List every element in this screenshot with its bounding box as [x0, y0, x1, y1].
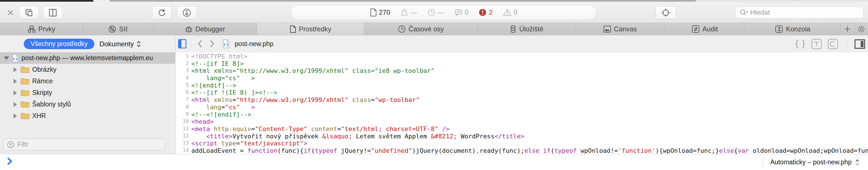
tab-console[interactable]: Konzola [745, 23, 841, 35]
tab-label: Síť [119, 25, 128, 33]
code-line[interactable]: <!--[if !(IE 8) ]><!--> [191, 89, 868, 96]
log-bubble-icon [455, 8, 463, 16]
line-number: 14 [176, 147, 191, 154]
tree-item-stylesheets[interactable]: Šablony stylů [0, 99, 175, 110]
execution-context-value: Automaticky – post-new.php [770, 159, 851, 166]
download-icon [182, 8, 192, 18]
tree-item-xhr[interactable]: XHR [0, 110, 175, 122]
tab-label: Prostředky [299, 25, 332, 33]
storage-icon [510, 25, 517, 33]
forward-button[interactable] [206, 38, 218, 50]
toggle-left-sidebar-button[interactable] [176, 38, 188, 50]
filter-placeholder: Filtr [18, 141, 28, 148]
page-weight-value: — [410, 8, 417, 16]
tab-audit[interactable]: Audit [664, 23, 745, 35]
code-line[interactable]: <![endif]--> [191, 82, 868, 89]
filter-input[interactable]: Filtr [3, 139, 165, 150]
tree-item-main-frame[interactable]: post-new.php — www.letemsvetemapplem.eu [0, 52, 175, 64]
disclosure-closed-icon[interactable] [13, 102, 17, 107]
console-errors-count: 2 [489, 8, 493, 16]
code-line[interactable]: <head> [191, 118, 868, 125]
add-tab-button[interactable] [841, 23, 855, 35]
curly-braces-icon [795, 39, 805, 49]
document-icon [370, 8, 377, 16]
tab-canvas[interactable]: Canvas [576, 23, 664, 35]
tree-item-label: Obrázky [32, 66, 57, 73]
element-picker-button[interactable] [655, 6, 676, 19]
search-input[interactable]: Hledat [736, 6, 864, 19]
folder-icon [20, 89, 29, 97]
line-number: 1 [176, 53, 191, 60]
nav-divider [191, 39, 191, 48]
breadcrumb-file-icon-wrap [220, 38, 232, 50]
tab-label: Audit [703, 25, 718, 33]
line-number: 5 [176, 82, 191, 89]
tree-item-images[interactable]: Obrázky [0, 64, 175, 75]
code-line[interactable]: <!DOCTYPE html> [191, 53, 868, 60]
tab-resources[interactable]: Prostředky [257, 23, 365, 35]
disclosure-closed-icon[interactable] [13, 79, 17, 84]
tab-storage[interactable]: Úložiště [477, 23, 576, 35]
resource-type-select[interactable]: Dokumenty [99, 39, 141, 49]
close-inspector-button[interactable] [6, 8, 15, 18]
code-coverage-icon [827, 38, 839, 50]
detach-window-button[interactable] [19, 6, 39, 19]
settings-tab-button[interactable] [855, 23, 868, 35]
tab-debugger[interactable]: Debugger [154, 23, 257, 35]
disclosure-closed-icon[interactable] [13, 67, 17, 72]
disclosure-closed-icon[interactable] [13, 90, 17, 96]
filter-icon [6, 140, 15, 149]
type-profiler-button[interactable] [811, 38, 823, 50]
execution-context-select[interactable]: Automaticky – post-new.php [763, 154, 860, 170]
code-line[interactable]: lang="cs" > [191, 74, 868, 82]
tab-timelines[interactable]: Časové osy [364, 23, 477, 35]
console-bar-divider [763, 157, 763, 168]
line-number: 10 [176, 118, 191, 125]
tab-label: Časové osy [409, 25, 444, 33]
pretty-print-button[interactable] [794, 38, 806, 50]
code-line[interactable]: addLoadEvent = function(func){if(typeof … [191, 147, 868, 154]
code-line[interactable]: <meta http-equiv="Content-Type" content=… [191, 125, 868, 133]
line-number: 2 [176, 60, 191, 67]
bug-icon [185, 25, 192, 33]
code-line[interactable]: <html xmlns="http://www.w3.org/1999/xhtm… [191, 96, 868, 104]
console-icon [775, 25, 783, 33]
tab-network[interactable]: Síť [83, 23, 153, 35]
code-line[interactable]: <title>Vytvořit nový příspěvek &lsaquo; … [191, 133, 868, 140]
code-line[interactable]: <script type="text/javascript"> [191, 140, 868, 147]
disclosure-open-icon[interactable] [4, 57, 9, 60]
tab-elements[interactable]: Prvky [0, 23, 83, 35]
code-line[interactable]: <!--[if IE 8]> [191, 60, 868, 67]
code-line[interactable]: lang="cs" > [191, 104, 868, 111]
activity-dashboard[interactable]: 270 — — 0 [291, 5, 596, 20]
code-line[interactable]: <!--<![endif]--> [191, 111, 868, 118]
warning-triangle-icon [503, 8, 512, 16]
reload-page-button[interactable] [152, 6, 172, 19]
console-prompt-icon[interactable] [7, 157, 13, 166]
clock-icon [428, 8, 435, 16]
line-number: 8 [176, 104, 191, 111]
code-coverage-button[interactable] [827, 38, 839, 50]
quick-console-bar[interactable]: Automaticky – post-new.php [0, 154, 868, 170]
code-line[interactable]: <html xmlns="http://www.w3.org/1999/xhtm… [191, 67, 868, 74]
inspector-toolbar: 270 — — 0 [0, 2, 868, 23]
resource-type-value: Dokumenty [99, 40, 134, 48]
tree-item-label: XHR [32, 112, 46, 120]
breadcrumb-title[interactable]: post-new.php [235, 40, 274, 48]
code-lines[interactable]: <!DOCTYPE html><!--[if IE 8]><html xmlns… [191, 52, 868, 154]
dock-side-button[interactable] [43, 6, 63, 19]
line-number: 13 [176, 140, 191, 147]
folder-icon [20, 101, 29, 108]
tree-item-scripts[interactable]: Skripty [0, 87, 175, 99]
tree-item-frames[interactable]: Rámce [0, 75, 175, 87]
folder-icon [20, 112, 29, 120]
back-button[interactable] [194, 38, 206, 50]
source-code-view[interactable]: 1234567891011121314 <!DOCTYPE html><!--[… [176, 52, 868, 154]
download-page-button[interactable] [177, 6, 197, 19]
scope-all-resources-button[interactable]: Všechny prostředky [24, 39, 94, 49]
load-time-item: — [428, 8, 444, 16]
tree-item-label: Rámce [32, 77, 53, 85]
toggle-right-sidebar-button[interactable] [854, 38, 866, 50]
disclosure-closed-icon[interactable] [13, 113, 17, 118]
tab-label: Canvas [614, 25, 637, 33]
